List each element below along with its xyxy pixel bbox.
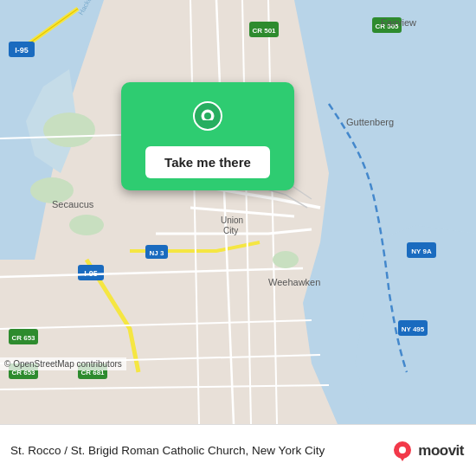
osm-credit: © OpenStreetMap contributors bbox=[0, 357, 126, 370]
svg-text:City: City bbox=[223, 226, 238, 235]
moovit-logo: moovit bbox=[390, 439, 464, 463]
svg-text:CR 653: CR 653 bbox=[11, 334, 35, 342]
svg-point-7 bbox=[69, 215, 104, 235]
location-card: Take me there bbox=[121, 82, 294, 190]
svg-text:NY 9A: NY 9A bbox=[411, 248, 432, 255]
svg-text:Union: Union bbox=[221, 215, 243, 225]
svg-point-35 bbox=[273, 251, 299, 268]
svg-text:NY 495: NY 495 bbox=[402, 325, 425, 333]
svg-point-5 bbox=[43, 113, 95, 147]
svg-text:CR 501: CR 501 bbox=[252, 27, 276, 35]
svg-text:Weehawken: Weehawken bbox=[268, 277, 320, 287]
svg-text:I-95: I-95 bbox=[15, 46, 29, 55]
svg-point-43 bbox=[399, 447, 406, 453]
moovit-pin-icon bbox=[390, 439, 415, 463]
location-name: St. Rocco / St. Brigid Roman Catholic Ch… bbox=[10, 443, 382, 459]
moovit-brand-text: moovit bbox=[418, 442, 464, 460]
bottom-bar: St. Rocco / St. Brigid Roman Catholic Ch… bbox=[0, 424, 476, 476]
take-me-there-button[interactable]: Take me there bbox=[145, 146, 270, 178]
map-container: I-95 I-95 NJ 3 CR 501 CR 505 CR bbox=[0, 0, 476, 424]
svg-point-39 bbox=[204, 113, 211, 119]
svg-text:Secaucus: Secaucus bbox=[52, 199, 94, 209]
svg-text:Guttenberg: Guttenberg bbox=[346, 117, 394, 127]
pin-icon bbox=[189, 100, 227, 138]
svg-text:Fairview: Fairview bbox=[381, 17, 416, 28]
svg-text:NJ 3: NJ 3 bbox=[150, 249, 164, 257]
